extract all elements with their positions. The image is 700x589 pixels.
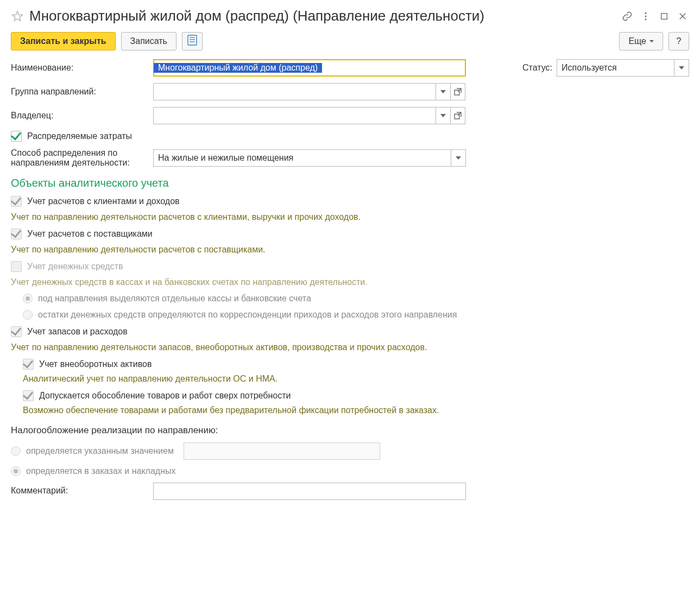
- tax-radio-by-orders: [11, 466, 21, 476]
- close-icon[interactable]: [676, 10, 689, 23]
- comment-input[interactable]: [153, 483, 466, 500]
- status-select[interactable]: Используется: [557, 59, 674, 77]
- report-icon: [187, 35, 197, 48]
- link-icon[interactable]: [621, 10, 634, 23]
- report-button[interactable]: [182, 32, 203, 50]
- status-label: Статус:: [522, 63, 552, 73]
- owner-open-button[interactable]: [450, 107, 465, 124]
- window-title: Многоквартирный жилой дом (распред) (Нап…: [29, 8, 615, 24]
- open-external-icon: [454, 112, 462, 119]
- clients-note: Учет по направлению деятельности расчето…: [11, 212, 689, 222]
- favorite-star-icon[interactable]: [11, 10, 24, 23]
- group-open-button[interactable]: [450, 83, 465, 100]
- name-input[interactable]: Многоквартирный жилой дом (распред): [153, 59, 466, 77]
- cash-radio-separate-label: под направления выделяются отдельные кас…: [38, 294, 311, 303]
- allow-over-note: Возможно обеспечение товарами и работами…: [23, 406, 689, 415]
- distributed-costs-label: Распределяемые затраты: [27, 131, 132, 141]
- save-button[interactable]: Записать: [121, 32, 176, 50]
- help-button[interactable]: ?: [669, 32, 689, 50]
- dist-method-dropdown-button[interactable]: [451, 149, 466, 167]
- tax-value-input: [184, 442, 380, 460]
- svg-rect-4: [661, 13, 667, 19]
- suppliers-note: Учет по направлению деятельности расчето…: [11, 245, 689, 255]
- status-dropdown-button[interactable]: [674, 59, 689, 77]
- dist-method-select[interactable]: На жилые и нежилые помещения: [153, 149, 451, 167]
- cash-checkbox: [11, 261, 22, 272]
- comment-label: Комментарий:: [11, 483, 148, 496]
- save-and-close-button[interactable]: Записать и закрыть: [11, 32, 116, 50]
- cash-radio-correspondence-label: остатки денежных средств определяются по…: [38, 310, 457, 320]
- open-external-icon: [454, 88, 462, 96]
- cash-note: Учет денежных средств в кассах и на банк…: [11, 277, 689, 287]
- group-dropdown-button[interactable]: [436, 83, 451, 100]
- svg-marker-0: [12, 11, 22, 20]
- suppliers-checkbox: [11, 229, 22, 239]
- owner-label: Владелец:: [11, 111, 148, 121]
- fixed-assets-note: Аналитический учет по направлению деятел…: [23, 374, 689, 384]
- cash-radio-separate: [23, 294, 33, 303]
- tax-header: Налогообложение реализации по направлени…: [11, 425, 689, 436]
- stock-note: Учет по направлению деятельности запасов…: [11, 343, 689, 352]
- status-value: Используется: [562, 63, 617, 73]
- analytics-section-title: Объекты аналитического учета: [11, 177, 689, 189]
- svg-point-3: [645, 18, 647, 20]
- dist-method-value: На жилые и нежилые помещения: [158, 153, 293, 163]
- kebab-menu-icon[interactable]: [639, 10, 652, 23]
- stock-checkbox: [11, 326, 22, 337]
- group-input[interactable]: [153, 83, 436, 100]
- name-value: Многоквартирный жилой дом (распред): [154, 63, 322, 73]
- stock-label: Учет запасов и расходов: [27, 327, 128, 337]
- clients-checkbox: [11, 196, 22, 207]
- clients-label: Учет расчетов с клиентами и доходов: [27, 197, 180, 206]
- cash-radio-correspondence: [23, 310, 33, 320]
- tax-radio-by-orders-label: определяется в заказах и накладных: [26, 466, 175, 476]
- group-label: Группа направлений:: [11, 87, 148, 97]
- allow-over-label: Допускается обособление товаров и работ …: [39, 391, 291, 401]
- dist-method-label: Способ распределения по направлениям дея…: [11, 148, 148, 168]
- name-label: Наименование:: [11, 63, 148, 73]
- suppliers-label: Учет расчетов с поставщиками: [27, 229, 153, 239]
- more-button[interactable]: Еще: [619, 32, 663, 50]
- distributed-costs-checkbox[interactable]: [11, 131, 22, 142]
- svg-rect-7: [188, 35, 197, 45]
- fixed-assets-checkbox: [23, 359, 34, 370]
- maximize-icon[interactable]: [658, 10, 671, 23]
- svg-point-2: [645, 15, 647, 17]
- tax-radio-by-value: [11, 446, 21, 456]
- owner-input[interactable]: [153, 107, 436, 124]
- tax-radio-by-value-label: определяется указанным значением: [26, 446, 174, 456]
- svg-point-1: [645, 12, 647, 14]
- cash-label: Учет денежных средств: [27, 262, 123, 271]
- allow-over-checkbox: [23, 390, 34, 401]
- owner-dropdown-button[interactable]: [436, 107, 451, 124]
- fixed-assets-label: Учет внеоборотных активов: [39, 359, 152, 369]
